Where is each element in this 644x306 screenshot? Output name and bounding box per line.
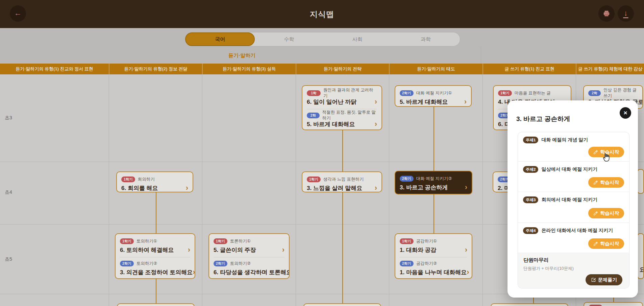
mouse-cursor: [602, 153, 611, 163]
topic-row: 주제1 대화 예절의 개념 알기 학습시작: [518, 132, 629, 162]
unit-detail-modal: × 3. 바르고 공손하게 주제1 대화 예절의 개념 알기 학습시작 주제2 …: [507, 100, 638, 298]
start-learning-button[interactable]: 학습시작: [588, 177, 624, 188]
topic-row: 주제2 일상에서 대화 예절 지키기 학습시작: [518, 162, 629, 192]
start-learning-button[interactable]: 학습시작: [588, 208, 624, 218]
topic-row: 주제3 회의에서 대화 예절 지키기 학습시작: [518, 192, 629, 223]
topic-badge: 주제4: [523, 227, 538, 234]
memo-pencil-icon: [591, 277, 596, 282]
start-learning-label: 학습시작: [600, 210, 619, 216]
start-learning-label: 학습시작: [600, 180, 619, 186]
knowledge-map-page: 듣기·말하기 듣기·말하기의 유형(1) 친교와 정서 표현 듣기·말하기의 유…: [0, 0, 644, 306]
unit-summary-section: 단원마무리 단원평가 + 마무리(10문제) 문제풀기: [518, 253, 629, 288]
topic-label: 일상에서 대화 예절 지키기: [541, 166, 597, 172]
topic-label: 회의에서 대화 예절 지키기: [541, 197, 597, 203]
start-learning-button[interactable]: 학습시작: [588, 238, 624, 249]
pencil-icon: [593, 241, 598, 246]
solve-problems-button[interactable]: 문제풀기: [586, 274, 622, 285]
pencil-icon: [593, 150, 598, 155]
topic-list: 주제1 대화 예절의 개념 알기 학습시작 주제2 일상에서 대화 예절 지키기…: [518, 132, 629, 288]
start-learning-label: 학습시작: [600, 241, 619, 247]
topic-badge: 주제1: [523, 137, 538, 143]
topic-badge: 주제2: [523, 166, 538, 173]
modal-title: 3. 바르고 공손하게: [516, 115, 570, 123]
pencil-icon: [593, 211, 598, 216]
solve-problems-label: 문제풀기: [598, 277, 617, 283]
topic-label: 대화 예절의 개념 알기: [541, 137, 588, 143]
summary-description: 단원평가 + 마무리(10문제): [523, 266, 624, 272]
pencil-icon: [593, 180, 598, 185]
close-button[interactable]: ×: [620, 107, 631, 119]
topic-row: 주제4 온라인 대화에서 대화 예절 지키기 학습시작: [518, 223, 629, 253]
topic-label: 온라인 대화에서 대화 예절 지키기: [541, 228, 613, 234]
summary-title: 단원마무리: [523, 257, 624, 263]
topic-badge: 주제3: [523, 196, 538, 203]
